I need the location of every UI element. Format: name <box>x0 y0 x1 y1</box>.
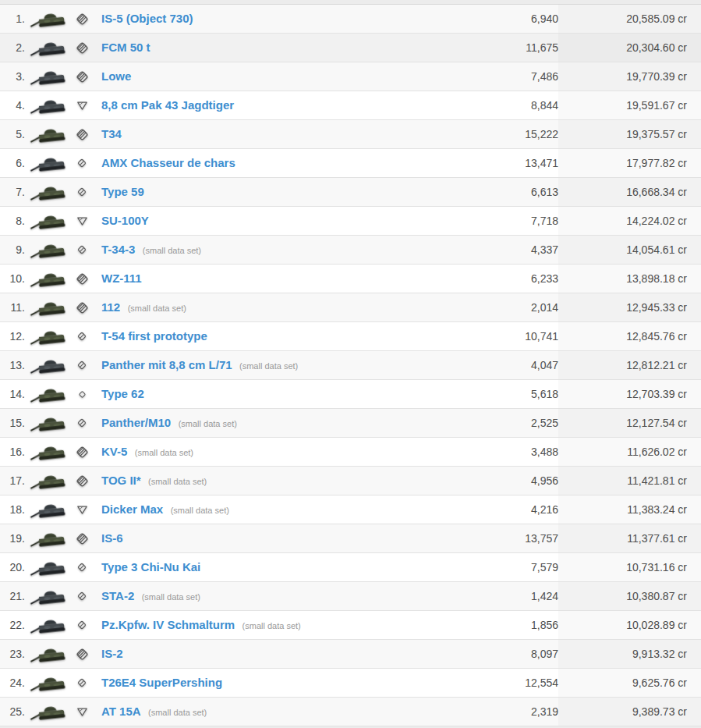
tank-thumbnail-icon <box>25 213 70 229</box>
rank-cell: 5. <box>0 128 25 140</box>
tank-thumbnail-icon <box>25 69 70 85</box>
tank-name-link[interactable]: SU-100Y <box>101 214 149 227</box>
battles-count: 8,097 <box>473 648 558 660</box>
tank-name-link[interactable]: IS-5 (Object 730) <box>101 12 193 25</box>
tank-thumbnail-icon <box>25 473 70 489</box>
table-row: 21. STA-2 (small data set) 1,424 10,380.… <box>0 582 701 611</box>
credits-value: 12,812.21 cr <box>558 351 701 379</box>
heavy-tank-class-icon <box>70 12 94 27</box>
battles-count: 13,757 <box>473 532 558 545</box>
battles-count: 4,956 <box>473 474 558 487</box>
battles-count: 1,856 <box>473 619 558 631</box>
credits-value: 11,377.61 cr <box>558 524 701 552</box>
credits-value: 19,770.39 cr <box>558 62 701 91</box>
td-tank-class-icon <box>70 216 94 226</box>
table-row: 18. Dicker Max (small data set) 4,216 11… <box>0 495 701 524</box>
battles-count: 2,319 <box>473 705 558 718</box>
tank-name-link[interactable]: Pz.Kpfw. IV Schmalturm <box>101 618 235 631</box>
battles-count: 7,486 <box>473 70 558 83</box>
table-row: 7. Type 59 6,613 16,668.34 cr <box>0 178 701 207</box>
small-data-set-note: (small data set) <box>148 477 207 486</box>
battles-count: 6,613 <box>473 186 558 198</box>
tank-name-link[interactable]: Panther/M10 <box>101 416 171 429</box>
small-data-set-note: (small data set) <box>171 506 229 515</box>
small-data-set-note: (small data set) <box>135 448 193 457</box>
tank-thumbnail-icon <box>25 11 70 27</box>
rank-cell: 25. <box>0 705 25 718</box>
credits-value: 12,127.54 cr <box>558 409 701 437</box>
rank-cell: 22. <box>0 619 25 631</box>
rank-cell: 16. <box>0 446 25 458</box>
tank-name-link[interactable]: FCM 50 t <box>101 41 150 54</box>
tank-name-cell: Dicker Max (small data set) <box>94 502 473 517</box>
tank-name-link[interactable]: 8,8 cm Pak 43 Jagdtiger <box>101 98 234 112</box>
battles-count: 6,233 <box>473 272 558 285</box>
battles-count: 7,718 <box>473 215 558 227</box>
rank-cell: 12. <box>0 330 25 343</box>
tank-name-link[interactable]: Dicker Max <box>101 502 163 516</box>
tank-name-link[interactable]: STA-2 <box>101 589 134 602</box>
tank-name-link[interactable]: TOG II* <box>101 474 141 487</box>
tank-name-link[interactable]: Panther mit 8,8 cm L/71 <box>101 358 232 371</box>
tank-name-link[interactable]: 112 <box>101 300 120 314</box>
battles-count: 6,940 <box>473 12 558 25</box>
medium-tank-class-icon <box>70 331 94 342</box>
table-row: 2. FCM 50 t 11,675 20,304.60 cr <box>0 34 701 62</box>
credits-value: 11,626.02 cr <box>558 438 701 466</box>
table-row: 1. IS-5 (Object 730) 6,940 20,585.09 cr <box>0 5 701 34</box>
tank-name-link[interactable]: T-54 first prototype <box>101 329 207 343</box>
credits-value: 12,845.76 cr <box>558 322 701 350</box>
tank-name-cell: Type 3 Chi-Nu Kai <box>94 560 473 574</box>
tank-name-cell: Type 62 <box>94 387 473 401</box>
credits-value: 17,977.82 cr <box>558 149 701 177</box>
tank-thumbnail-icon <box>25 415 70 431</box>
medium-tank-class-icon <box>70 244 94 255</box>
credits-value: 13,898.18 cr <box>558 265 701 293</box>
credits-value: 14,054.61 cr <box>558 236 701 264</box>
tank-name-link[interactable]: Lowe <box>101 69 131 83</box>
battles-count: 15,222 <box>473 128 558 140</box>
tank-name-link[interactable]: Type 3 Chi-Nu Kai <box>101 560 200 574</box>
rank-cell: 2. <box>0 41 25 54</box>
tank-name-cell: Pz.Kpfw. IV Schmalturm (small data set) <box>94 618 473 632</box>
table-row: 13. Panther mit 8,8 cm L/71 (small data … <box>0 351 701 380</box>
rank-cell: 13. <box>0 359 25 371</box>
table-row: 23. IS-2 8,097 9,913.32 cr <box>0 640 701 669</box>
rank-cell: 23. <box>0 648 25 660</box>
table-row: 14. Type 62 5,618 12,703.39 cr <box>0 380 701 409</box>
tank-name-link[interactable]: T26E4 SuperPershing <box>101 676 222 689</box>
tank-name-cell: SU-100Y <box>94 214 473 228</box>
tank-name-link[interactable]: IS-6 <box>101 531 123 545</box>
small-data-set-note: (small data set) <box>142 592 200 602</box>
tank-name-link[interactable]: AMX Chasseur de chars <box>101 156 235 169</box>
rank-cell: 18. <box>0 503 25 516</box>
tank-name-cell: AMX Chasseur de chars <box>94 156 473 170</box>
tank-name-link[interactable]: Type 62 <box>101 387 144 400</box>
tank-name-link[interactable]: AT 15A <box>101 705 141 718</box>
medium-tank-class-icon <box>70 562 94 573</box>
credits-value: 9,913.32 cr <box>558 640 701 668</box>
tank-name-link[interactable]: T-34-3 <box>101 243 135 256</box>
tank-name-cell: Type 59 <box>94 185 473 199</box>
table-row: 17. TOG II* (small data set) 4,956 11,42… <box>0 467 701 495</box>
small-data-set-note: (small data set) <box>143 246 201 255</box>
rank-cell: 6. <box>0 157 25 169</box>
tank-name-link[interactable]: T34 <box>101 127 122 140</box>
table-row: 4. 8,8 cm Pak 43 Jagdtiger 8,844 19,591.… <box>0 91 701 120</box>
tank-name-link[interactable]: WZ-111 <box>101 272 142 285</box>
rank-cell: 3. <box>0 70 25 83</box>
tank-name-link[interactable]: IS-2 <box>101 647 123 660</box>
tank-thumbnail-icon <box>25 357 70 374</box>
battles-count: 2,014 <box>473 301 558 314</box>
battles-count: 4,047 <box>473 359 558 371</box>
tank-thumbnail-icon <box>25 617 70 634</box>
table-row: 15. Panther/M10 (small data set) 2,525 1… <box>0 409 701 438</box>
battles-count: 2,525 <box>473 417 558 429</box>
table-row: 11. 112 (small data set) 2,014 12,945.33… <box>0 293 701 322</box>
credits-value: 16,668.34 cr <box>558 178 701 206</box>
heavy-tank-class-icon <box>70 647 94 662</box>
tank-thumbnail-icon <box>25 559 70 576</box>
battles-count: 13,471 <box>473 157 558 169</box>
tank-name-link[interactable]: Type 59 <box>101 185 144 198</box>
tank-name-link[interactable]: KV-5 <box>101 445 127 458</box>
